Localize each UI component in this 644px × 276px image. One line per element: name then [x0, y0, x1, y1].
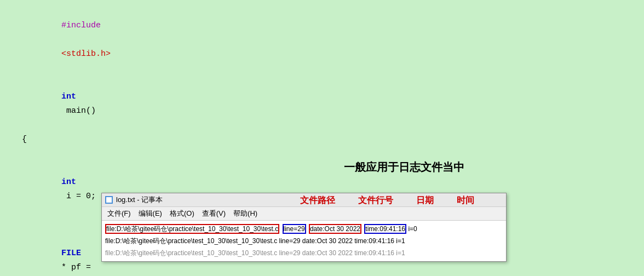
menu-edit[interactable]: 编辑(E) [135, 208, 165, 219]
date-box: date:Oct 30 2022 [309, 224, 361, 234]
include-directive: #include [61, 21, 101, 30]
keyword-int2: int [61, 177, 76, 187]
code-line-include: #include <stdlib.h> [5, 4, 639, 76]
line-num-box: line=29 [283, 224, 306, 234]
time-box: time:09:41:16 [364, 224, 406, 234]
notepad-icon [105, 196, 113, 204]
notepad-menubar: 文件(F) 编辑(E) 格式(O) 查看(V) 帮助(H) [102, 207, 506, 221]
notepad-window: log.txt - 记事本 文件(F) 编辑(E) 格式(O) 查看(V) 帮助… [101, 193, 507, 262]
keyword-int: int [61, 92, 76, 101]
main-container: #include <stdlib.h> int main() { int [0, 0, 644, 276]
code-line-brace1: { [5, 133, 639, 147]
menu-format[interactable]: 格式(O) [166, 208, 198, 219]
content-line-3: file:D:\哈茶\gitee码仓\practice\test_10_30\t… [105, 247, 503, 259]
notepad-titlebar: log.txt - 记事本 [102, 193, 506, 207]
content-line-2: file:D:\哈茶\gitee码仓\practice\test_10_30\t… [105, 235, 503, 247]
code-line-main: int main() [5, 76, 639, 133]
menu-file[interactable]: 文件(F) [104, 208, 134, 219]
file-path-box: file:D:\哈茶\gitee码仓\practice\test_10_30\t… [105, 224, 279, 234]
content-line-1: file:D:\哈茶\gitee码仓\practice\test_10_30\t… [105, 223, 503, 235]
keyword-file: FILE [61, 249, 81, 258]
annotation-label: 一般应用于日志文件当中 [344, 160, 464, 175]
include-file: <stdlib.h> [61, 49, 111, 59]
code-text: #include <stdlib.h> [22, 4, 639, 76]
notepad-content: file:D:\哈茶\gitee码仓\practice\test_10_30\t… [102, 221, 506, 261]
menu-view[interactable]: 查看(V) [199, 208, 229, 219]
menu-help[interactable]: 帮助(H) [230, 208, 261, 219]
notepad-title: log.txt - 记事本 [116, 195, 163, 205]
i-val: i=0 [408, 225, 417, 233]
